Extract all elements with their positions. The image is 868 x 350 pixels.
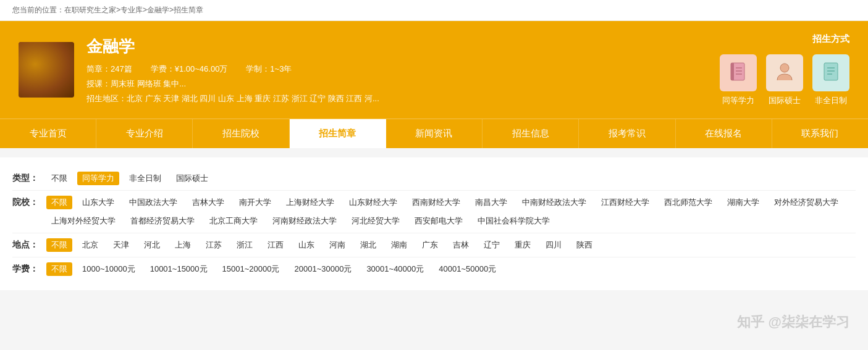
- filter-option-13[interactable]: 对外经济贸易大学: [769, 196, 843, 209]
- nav-tab-8[interactable]: 联系我们: [772, 119, 868, 148]
- filter-option-1[interactable]: 山东大学: [77, 196, 119, 209]
- header-left: 金融学 简章：247篇 学费：¥1.00~46.00万 学制：1~3年 授课：周…: [19, 36, 379, 104]
- filter-option-15[interactable]: 首都经济贸易大学: [125, 214, 200, 228]
- filter-option-14[interactable]: 辽宁: [479, 238, 505, 252]
- filter-option-8[interactable]: 山东: [293, 238, 319, 252]
- subject-meta: 简章：247篇 学费：¥1.00~46.00万 学制：1~3年: [86, 64, 379, 75]
- filter-type-row: 类型： 不限同等学力非全日制国际硕士: [12, 167, 856, 191]
- filter-option-2[interactable]: 10001~15000元: [145, 262, 213, 276]
- filter-option-4[interactable]: 上海: [170, 238, 196, 252]
- duration-info: 学制：1~3年: [246, 64, 292, 75]
- filter-option-5[interactable]: 上海财经大学: [281, 196, 339, 209]
- filter-section: 类型： 不限同等学力非全日制国际硕士 院校： 不限山东大学中国政法大学吉林大学南…: [0, 157, 868, 290]
- filter-option-3[interactable]: 吉林大学: [187, 196, 229, 209]
- filter-option-16[interactable]: 四川: [541, 238, 567, 252]
- filter-option-11[interactable]: 湖南: [386, 238, 412, 252]
- filter-option-7[interactable]: 西南财经大学: [407, 196, 465, 209]
- filter-option-3[interactable]: 河北: [139, 238, 165, 252]
- feiquanri-icon-box: [812, 54, 849, 91]
- filter-option-4[interactable]: 南开大学: [234, 196, 276, 209]
- filter-tuition-row: 学费： 不限1000~10000元10001~15000元15001~20000…: [12, 257, 856, 281]
- filter-option-0[interactable]: 不限: [46, 196, 72, 209]
- subject-title: 金融学: [86, 36, 379, 57]
- filter-option-3[interactable]: 15001~20000元: [217, 262, 285, 276]
- svg-rect-6: [824, 63, 838, 80]
- person-icon: [775, 62, 794, 84]
- subject-image: [19, 42, 74, 98]
- filter-option-2[interactable]: 中国政法大学: [124, 196, 182, 209]
- header-section: 金融学 简章：247篇 学费：¥1.00~46.00万 学制：1~3年 授课：周…: [0, 21, 868, 119]
- filter-type-options: 不限同等学力非全日制国际硕士: [46, 172, 856, 185]
- filter-option-12[interactable]: 广东: [417, 238, 443, 252]
- nav-tab-2[interactable]: 招生院校: [193, 119, 289, 148]
- filter-tuition-label: 学费：: [12, 262, 40, 275]
- filter-option-4[interactable]: 20001~30000元: [289, 262, 356, 276]
- filter-option-17[interactable]: 河南财经政法大学: [268, 214, 342, 228]
- nav-tabs: 专业首页专业介绍招生院校招生简章新闻资讯招生信息报考常识在线报名联系我们: [0, 119, 868, 148]
- filter-option-17[interactable]: 陕西: [571, 238, 597, 252]
- filter-option-1[interactable]: 同等学力: [77, 172, 119, 185]
- filter-option-20[interactable]: 中国社会科学院大学: [473, 214, 555, 228]
- filter-option-6[interactable]: 山东财经大学: [344, 196, 402, 209]
- filter-location-row: 地点： 不限北京天津河北上海江苏浙江江西山东河南湖北湖南广东吉林辽宁重庆四川陕西: [12, 233, 856, 257]
- guoji-label: 国际硕士: [769, 95, 801, 106]
- svg-point-5: [780, 64, 789, 72]
- filter-option-1[interactable]: 北京: [77, 238, 103, 252]
- filter-option-0[interactable]: 不限: [46, 172, 72, 185]
- enrollment-icons: 同等学力 国际硕士: [720, 54, 849, 106]
- filter-option-10[interactable]: 江西财经大学: [596, 196, 654, 209]
- filter-option-8[interactable]: 南昌大学: [470, 196, 512, 209]
- breadcrumb: 您当前的位置：在职研究生之家>专业库>金融学>招生简章: [0, 0, 868, 21]
- filter-option-2[interactable]: 非全日制: [124, 172, 166, 185]
- filter-location-label: 地点：: [12, 238, 40, 251]
- filter-option-9[interactable]: 中南财经政法大学: [517, 196, 591, 209]
- filter-option-3[interactable]: 国际硕士: [171, 172, 213, 185]
- filter-option-13[interactable]: 吉林: [448, 238, 474, 252]
- brochure-count: 简章：247篇: [86, 64, 132, 75]
- filter-option-15[interactable]: 重庆: [510, 238, 536, 252]
- enrollment-item-guoji[interactable]: 国际硕士: [766, 54, 803, 106]
- filter-school-row: 院校： 不限山东大学中国政法大学吉林大学南开大学上海财经大学山东财经大学西南财经…: [12, 191, 856, 233]
- enrollment-methods: 招生方式 同等学力: [720, 33, 849, 106]
- subject-regions: 招生地区：北京 广东 天津 湖北 四川 山东 上海 重庆 江苏 浙江 辽宁 陕西…: [86, 93, 379, 104]
- doc-icon: [821, 62, 841, 84]
- filter-option-11[interactable]: 西北师范大学: [659, 196, 717, 209]
- book-icon: [728, 62, 748, 84]
- filter-option-14[interactable]: 上海对外经贸大学: [46, 214, 120, 228]
- tongdeng-icon-box: [720, 54, 757, 91]
- filter-option-19[interactable]: 西安邮电大学: [410, 214, 468, 228]
- filter-tuition-options: 不限1000~10000元10001~15000元15001~20000元200…: [46, 262, 856, 276]
- svg-rect-1: [731, 63, 734, 80]
- tongdeng-label: 同等学力: [722, 95, 754, 106]
- tuition-info: 学费：¥1.00~46.00万: [151, 64, 228, 75]
- nav-tab-4[interactable]: 新闻资讯: [386, 119, 482, 148]
- feiquanri-label: 非全日制: [815, 95, 847, 106]
- nav-tab-3[interactable]: 招生简章: [290, 119, 386, 148]
- filter-type-label: 类型：: [12, 172, 40, 184]
- filter-option-0[interactable]: 不限: [46, 262, 72, 276]
- filter-option-5[interactable]: 江苏: [201, 238, 227, 252]
- enrollment-item-tongdeng[interactable]: 同等学力: [720, 54, 757, 106]
- filter-option-0[interactable]: 不限: [46, 238, 72, 252]
- filter-school-options: 不限山东大学中国政法大学吉林大学南开大学上海财经大学山东财经大学西南财经大学南昌…: [46, 196, 856, 228]
- filter-option-18[interactable]: 河北经贸大学: [347, 214, 405, 228]
- filter-option-2[interactable]: 天津: [108, 238, 134, 252]
- nav-tab-7[interactable]: 在线报名: [676, 119, 772, 148]
- filter-option-9[interactable]: 河南: [324, 238, 350, 252]
- filter-option-12[interactable]: 湖南大学: [722, 196, 764, 209]
- filter-option-1[interactable]: 1000~10000元: [77, 262, 140, 276]
- filter-option-7[interactable]: 江西: [263, 238, 289, 252]
- guoji-icon-box: [766, 54, 803, 91]
- filter-option-10[interactable]: 湖北: [355, 238, 381, 252]
- filter-option-5[interactable]: 30001~40000元: [361, 262, 429, 276]
- filter-location-options: 不限北京天津河北上海江苏浙江江西山东河南湖北湖南广东吉林辽宁重庆四川陕西: [46, 238, 856, 252]
- filter-option-6[interactable]: 浙江: [232, 238, 258, 252]
- nav-tab-1[interactable]: 专业介绍: [96, 119, 193, 148]
- nav-tab-0[interactable]: 专业首页: [0, 119, 96, 148]
- enrollment-item-feiquanri[interactable]: 非全日制: [812, 54, 849, 106]
- nav-tab-5[interactable]: 招生信息: [482, 119, 579, 148]
- filter-option-16[interactable]: 北京工商大学: [204, 214, 263, 228]
- subject-courses: 授课：周末班 网络班 集中...: [86, 78, 379, 90]
- filter-option-6[interactable]: 40001~50000元: [434, 262, 501, 276]
- nav-tab-6[interactable]: 报考常识: [579, 119, 675, 148]
